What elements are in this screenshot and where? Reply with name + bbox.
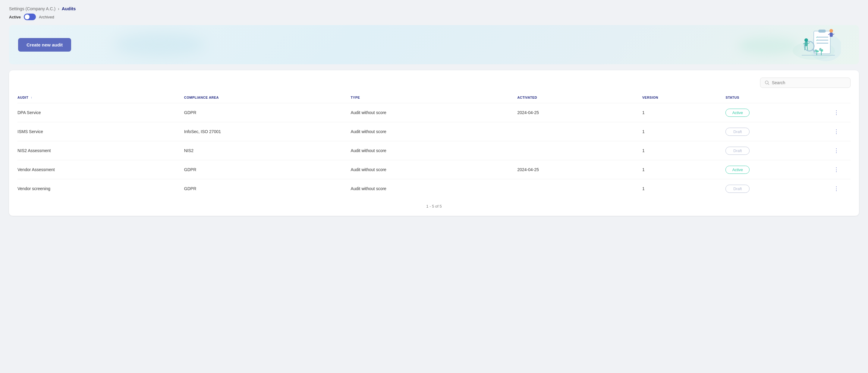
row-action-menu[interactable]: ⋮ [826, 146, 847, 155]
svg-rect-3 [818, 30, 826, 33]
cell-audit-name: Vendor screening [18, 179, 184, 198]
settings-link[interactable]: Settings (Company A.C.) [9, 6, 56, 11]
col-header-compliance: COMPLIANCE AREA [184, 93, 351, 103]
cell-type: Audit without score [351, 141, 518, 160]
filter-toggle-row: Active Archived [9, 13, 859, 20]
status-badge: Draft [725, 128, 749, 136]
svg-line-30 [768, 84, 769, 85]
col-header-actions [826, 93, 850, 103]
col-header-audit: AUDIT ↑ [18, 93, 184, 103]
svg-line-13 [833, 34, 834, 35]
cell-status: Draft [725, 179, 826, 198]
cell-activated: 2024-04-25 [517, 103, 642, 122]
table-row: ISMS Service InfoSec, ISO 27001 Audit wi… [18, 122, 850, 141]
cell-audit-name: ISMS Service [18, 122, 184, 141]
cell-version: 1 [642, 160, 725, 179]
cell-compliance: GDPR [184, 103, 351, 122]
cell-activated [517, 141, 642, 160]
svg-text:✓: ✓ [816, 39, 818, 41]
col-header-type: TYPE [351, 93, 518, 103]
row-action-menu[interactable]: ⋮ [826, 184, 847, 193]
table-card: AUDIT ↑ COMPLIANCE AREA TYPE ACTIVATED V… [9, 70, 859, 216]
cell-activated [517, 179, 642, 198]
search-input[interactable] [772, 80, 846, 85]
status-badge: Active [725, 166, 749, 174]
cell-status: Active [725, 160, 826, 179]
col-header-activated: ACTIVATED [517, 93, 642, 103]
table-header: AUDIT ↑ COMPLIANCE AREA TYPE ACTIVATED V… [18, 93, 850, 103]
col-header-status: STATUS [725, 93, 826, 103]
cell-version: 1 [642, 103, 725, 122]
pagination-label: 1 - 5 of 5 [426, 204, 441, 208]
cell-audit-name: Vendor Assessment [18, 160, 184, 179]
svg-point-16 [804, 38, 808, 42]
breadcrumb: Settings (Company A.C.) › Audits [9, 6, 859, 11]
audit-table: AUDIT ↑ COMPLIANCE AREA TYPE ACTIVATED V… [18, 93, 850, 198]
search-icon [765, 80, 770, 85]
status-badge: Draft [725, 185, 749, 193]
sort-up-icon[interactable]: ↑ [31, 96, 33, 99]
svg-point-28 [821, 49, 823, 52]
cell-audit-name: NIS2 Assessment [18, 141, 184, 160]
cell-actions[interactable]: ⋮ [826, 103, 850, 122]
table-row: Vendor screening GDPR Audit without scor… [18, 179, 850, 198]
active-archived-toggle[interactable] [24, 13, 36, 20]
cell-compliance: GDPR [184, 160, 351, 179]
cell-compliance: NIS2 [184, 141, 351, 160]
banner-section: Create new audit ✓ ✓ □ [9, 25, 859, 64]
page-title: Audits [62, 6, 76, 11]
row-action-menu[interactable]: ⋮ [826, 165, 847, 174]
cell-status: Draft [725, 141, 826, 160]
cell-actions[interactable]: ⋮ [826, 141, 850, 160]
table-row: NIS2 Assessment NIS2 Audit without score… [18, 141, 850, 160]
cell-version: 1 [642, 179, 725, 198]
svg-rect-11 [830, 33, 833, 37]
search-row [18, 78, 850, 88]
svg-rect-17 [805, 42, 808, 46]
cell-activated: 2024-04-25 [517, 160, 642, 179]
svg-text:✓: ✓ [816, 36, 818, 39]
cell-actions[interactable]: ⋮ [826, 179, 850, 198]
table-row: Vendor Assessment GDPR Audit without sco… [18, 160, 850, 179]
col-header-version: VERSION [642, 93, 725, 103]
status-badge: Active [725, 109, 749, 117]
banner-cloud-1 [115, 33, 205, 57]
svg-text:□: □ [816, 42, 817, 45]
cell-type: Audit without score [351, 103, 518, 122]
cell-type: Audit without score [351, 122, 518, 141]
cell-type: Audit without score [351, 160, 518, 179]
table-body: DPA Service GDPR Audit without score 202… [18, 103, 850, 198]
create-audit-button[interactable]: Create new audit [18, 38, 71, 52]
cell-compliance: GDPR [184, 179, 351, 198]
status-badge: Draft [725, 147, 749, 155]
cell-version: 1 [642, 141, 725, 160]
row-action-menu[interactable]: ⋮ [826, 127, 847, 136]
cell-actions[interactable]: ⋮ [826, 160, 850, 179]
cell-type: Audit without score [351, 179, 518, 198]
svg-point-25 [816, 50, 819, 52]
cell-status: Active [725, 103, 826, 122]
banner-illustration: ✓ ✓ □ [786, 25, 841, 64]
breadcrumb-chevron-icon: › [58, 6, 59, 11]
cell-activated [517, 122, 642, 141]
active-toggle-label: Active [9, 15, 21, 19]
cell-status: Draft [725, 122, 826, 141]
cell-audit-name: DPA Service [18, 103, 184, 122]
svg-point-27 [819, 48, 822, 51]
table-row: DPA Service GDPR Audit without score 202… [18, 103, 850, 122]
cell-actions[interactable]: ⋮ [826, 122, 850, 141]
pagination: 1 - 5 of 5 [18, 204, 850, 208]
svg-point-10 [830, 29, 833, 33]
row-action-menu[interactable]: ⋮ [826, 108, 847, 117]
archived-toggle-label: Archived [39, 15, 54, 19]
search-box[interactable] [760, 78, 850, 88]
cell-compliance: InfoSec, ISO 27001 [184, 122, 351, 141]
cell-version: 1 [642, 122, 725, 141]
